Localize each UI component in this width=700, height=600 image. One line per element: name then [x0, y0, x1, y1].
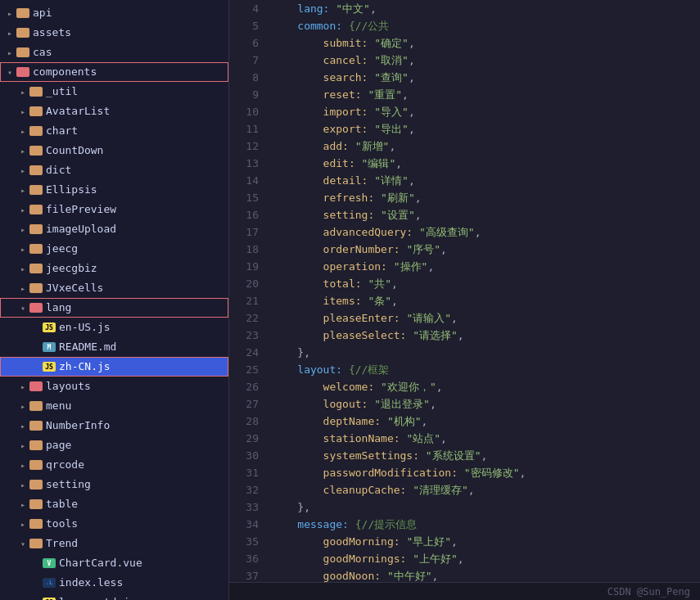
- code-line: stationName: "站点",: [272, 430, 700, 447]
- sidebar-item-Ellipsis[interactable]: ▸Ellipsis: [0, 180, 228, 200]
- arrow-icon: ▸: [16, 164, 29, 177]
- code-line: message: {//提示信息: [272, 516, 700, 533]
- folder-icon: [29, 460, 43, 470]
- sidebar-item-_util[interactable]: ▸_util: [0, 82, 228, 102]
- line-number: 11: [229, 120, 259, 138]
- line-number: 17: [229, 223, 259, 241]
- arrow-icon: [29, 596, 43, 600]
- arrow-icon: ▾: [3, 65, 16, 79]
- line-number: 6: [229, 34, 259, 52]
- code-line: goodMornings: "上午好",: [272, 550, 700, 567]
- arrow-icon: ▸: [16, 85, 29, 98]
- item-label: lazy_antd.js: [59, 593, 136, 600]
- line-number: 8: [229, 69, 259, 86]
- item-label: imageUpload: [46, 219, 116, 239]
- folder-icon: [29, 146, 43, 156]
- arrow-icon: ▸: [16, 262, 29, 275]
- sidebar-item-api[interactable]: ▸api: [0, 3, 228, 23]
- sidebar-item-menu[interactable]: ▸menu: [0, 396, 228, 416]
- sidebar-item-dict[interactable]: ▸dict: [0, 160, 228, 180]
- sidebar-item-components[interactable]: ▾components: [0, 62, 228, 82]
- line-number: 12: [229, 138, 259, 155]
- folder-icon: [29, 106, 43, 116]
- sidebar-item-README.md[interactable]: MREADME.md: [0, 337, 228, 357]
- line-number: 34: [229, 516, 259, 533]
- arrow-icon: ▸: [16, 478, 29, 491]
- sidebar-item-en-US.js[interactable]: JSen-US.js: [0, 318, 228, 337]
- item-label: components: [33, 62, 97, 82]
- code-line: systemSettings: "系统设置",: [272, 447, 700, 464]
- sidebar-item-CountDown[interactable]: ▸CountDown: [0, 141, 228, 160]
- line-number: 27: [229, 395, 259, 413]
- sidebar-item-imageUpload[interactable]: ▸imageUpload: [0, 219, 228, 239]
- sidebar-item-tools[interactable]: ▸tools: [0, 514, 228, 534]
- sidebar-item-table[interactable]: ▸table: [0, 494, 228, 514]
- code-line: items: "条",: [272, 292, 700, 309]
- folder-icon: [29, 539, 43, 548]
- line-number: 32: [229, 481, 259, 498]
- folder-icon: [29, 519, 43, 529]
- line-number: 13: [229, 155, 259, 172]
- code-line: common: {//公共: [272, 17, 700, 34]
- line-numbers: 4567891011121314151617181920212223242526…: [229, 0, 265, 582]
- vue-icon: V: [43, 558, 56, 568]
- code-line: layout: {//框架: [272, 361, 700, 378]
- sidebar-item-ChartCard.vue[interactable]: VChartCard.vue: [0, 553, 228, 573]
- arrow-icon: ▸: [16, 203, 29, 216]
- sidebar-item-cas[interactable]: ▸cas: [0, 43, 228, 62]
- code-content: lang: "中文", common: {//公共 submit: "确定", …: [265, 0, 700, 582]
- item-label: page: [46, 435, 71, 455]
- line-number: 28: [229, 413, 259, 430]
- arrow-icon: [29, 360, 43, 373]
- sidebar-item-AvatarList[interactable]: ▸AvatarList: [0, 102, 228, 121]
- line-number: 23: [229, 327, 259, 344]
- sidebar-item-jeecgbiz[interactable]: ▸jeecgbiz: [0, 259, 228, 278]
- sidebar-item-page[interactable]: ▸page: [0, 435, 228, 455]
- sidebar-item-filePreview[interactable]: ▸filePreview: [0, 200, 228, 219]
- code-line: orderNumber: "序号",: [272, 241, 700, 258]
- code-line: deptName: "机构",: [272, 413, 700, 430]
- line-number: 19: [229, 258, 259, 275]
- folder-icon: [29, 401, 43, 411]
- status-bar: CSDN @Sun_Peng: [229, 582, 700, 600]
- md-icon: M: [43, 342, 56, 352]
- item-label: en-US.js: [59, 318, 111, 337]
- line-number: 16: [229, 206, 259, 223]
- folder-icon: [29, 499, 43, 509]
- line-number: 25: [229, 361, 259, 378]
- sidebar-item-lang[interactable]: ▾lang: [0, 298, 228, 318]
- code-line: refresh: "刷新",: [272, 189, 700, 206]
- sidebar-item-qrcode[interactable]: ▸qrcode: [0, 455, 228, 475]
- item-label: assets: [33, 23, 71, 43]
- item-label: cas: [33, 43, 52, 62]
- sidebar-item-NumberInfo[interactable]: ▸NumberInfo: [0, 416, 228, 435]
- line-number: 9: [229, 86, 259, 103]
- arrow-icon: ▸: [16, 439, 29, 452]
- sidebar-item-index.less[interactable]: .Lindex.less: [0, 573, 228, 593]
- arrow-icon: ▸: [16, 517, 29, 530]
- sidebar-item-layouts[interactable]: ▸layouts: [0, 377, 228, 396]
- file-tree[interactable]: ▸api▸assets▸cas▾components▸_util▸AvatarL…: [0, 0, 229, 600]
- sidebar-item-jeecg[interactable]: ▸jeecg: [0, 239, 228, 259]
- code-line: cancel: "取消",: [272, 52, 700, 69]
- folder-icon: [29, 421, 43, 431]
- folder-icon: [16, 67, 29, 77]
- line-number: 4: [229, 0, 259, 17]
- sidebar-item-Trend[interactable]: ▾Trend: [0, 534, 228, 553]
- arrow-icon: ▸: [16, 380, 29, 393]
- less-icon: .L: [43, 578, 56, 588]
- sidebar-item-assets[interactable]: ▸assets: [0, 23, 228, 43]
- sidebar-item-JVxeCells[interactable]: ▸JVxeCells: [0, 278, 228, 298]
- sidebar-item-lazy_antd.js[interactable]: JSlazy_antd.js: [0, 593, 228, 600]
- folder-icon: [29, 440, 43, 450]
- line-number: 15: [229, 189, 259, 206]
- folder-icon: [16, 47, 29, 57]
- sidebar-item-setting[interactable]: ▸setting: [0, 475, 228, 494]
- sidebar-item-zh-CN.js[interactable]: JSzh-CN.js: [0, 357, 228, 377]
- arrow-icon: ▸: [16, 223, 29, 236]
- sidebar-item-chart[interactable]: ▸chart: [0, 121, 228, 141]
- code-line: detail: "详情",: [272, 172, 700, 189]
- line-number: 21: [229, 292, 259, 309]
- code-line: import: "导入",: [272, 103, 700, 120]
- code-line: goodNoon: "中午好",: [272, 567, 700, 582]
